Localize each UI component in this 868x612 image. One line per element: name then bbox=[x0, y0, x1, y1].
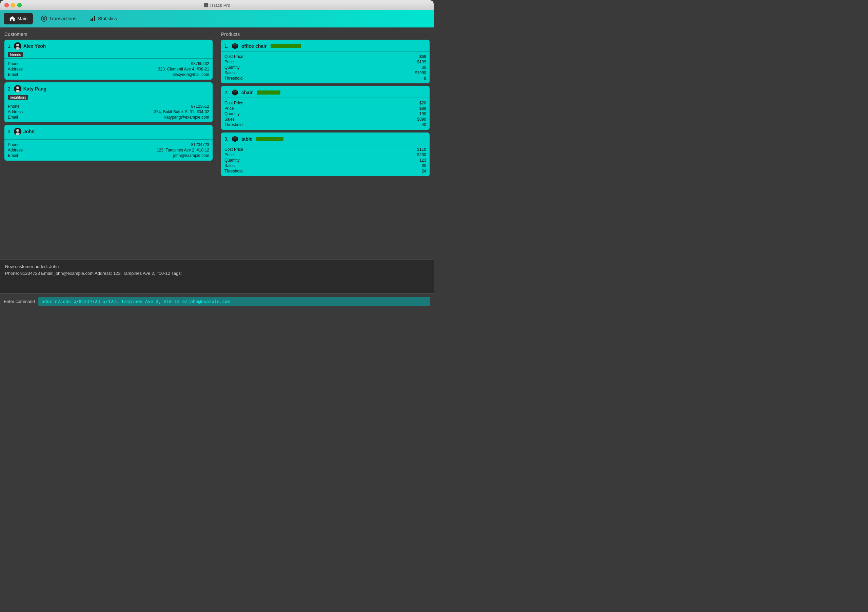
product-detail-row: Price $200 bbox=[225, 153, 426, 157]
customer-details: Phone 98765432 Address 323, Clementi Ave… bbox=[5, 60, 212, 80]
box-icon bbox=[231, 42, 239, 50]
app-icon: i bbox=[204, 3, 209, 8]
product-details: Cost Price $20 Price $89 Quantity 190 Sa… bbox=[221, 99, 429, 130]
stock-bar bbox=[271, 44, 301, 48]
customer-card[interactable]: 2. Katy Pang neighbors Phone 87123612 Ad… bbox=[5, 82, 212, 122]
detail-row: Address 323, Clementi Ave 4, #08-21 bbox=[8, 67, 209, 71]
customer-header: 2. Katy Pang bbox=[5, 82, 212, 94]
detail-row: Phone 98765432 bbox=[8, 61, 209, 66]
product-detail-row: Quantity 30 bbox=[225, 65, 426, 70]
avatar-icon bbox=[14, 128, 22, 135]
svg-point-8 bbox=[16, 44, 19, 46]
command-label: Enter command bbox=[4, 299, 35, 304]
product-detail-row: Threshold 8 bbox=[225, 76, 426, 80]
product-header: 2. chair bbox=[221, 86, 429, 97]
stock-bar bbox=[257, 91, 281, 94]
traffic-lights bbox=[5, 3, 22, 8]
toolbar: Main $ Transactions Statistics bbox=[0, 10, 434, 28]
product-detail-row: Quantity 123 bbox=[225, 158, 426, 163]
avatar-icon bbox=[14, 42, 22, 50]
product-detail-row: Sales $890 bbox=[225, 117, 426, 122]
customers-title: Customers bbox=[5, 31, 212, 37]
product-detail-row: Quantity 190 bbox=[225, 111, 426, 116]
tab-transactions[interactable]: $ Transactions bbox=[36, 13, 82, 25]
title-bar: i iTrack Pro bbox=[0, 0, 434, 10]
product-card[interactable]: 1. office chair Cost Price $69 Pri bbox=[221, 40, 429, 83]
main-area: Customers 1. Alex Yeoh friends Phone 987… bbox=[0, 28, 434, 260]
svg-rect-6 bbox=[94, 16, 95, 21]
detail-row: Email katypang@example.com bbox=[8, 115, 209, 120]
svg-point-15 bbox=[16, 133, 20, 135]
svg-text:i: i bbox=[206, 4, 206, 7]
command-input[interactable] bbox=[38, 297, 430, 306]
product-header: 1. office chair bbox=[221, 40, 429, 51]
product-header: 3. table bbox=[221, 133, 429, 144]
svg-point-9 bbox=[16, 47, 20, 50]
log-area: New customer added: John Phone: 81234723… bbox=[0, 260, 434, 294]
product-detail-row: Threshold 40 bbox=[225, 122, 426, 127]
maximize-button[interactable] bbox=[17, 3, 22, 8]
product-details: Cost Price $110 Price $200 Quantity 123 … bbox=[221, 146, 429, 176]
svg-rect-4 bbox=[90, 19, 91, 21]
detail-row: Address 354, Bukit Batok St 31, #04-02 bbox=[8, 110, 209, 114]
products-panel: Products 1. office chair Cost Price bbox=[217, 28, 434, 260]
customer-card[interactable]: 3. John Phone 81234723 Address 123, Tamp… bbox=[5, 125, 212, 161]
svg-text:$: $ bbox=[43, 17, 45, 21]
detail-row: Phone 87123612 bbox=[8, 104, 209, 109]
close-button[interactable] bbox=[5, 3, 9, 8]
chart-icon bbox=[90, 15, 96, 22]
svg-point-11 bbox=[16, 87, 19, 89]
customer-header: 3. John bbox=[5, 125, 212, 136]
detail-row: Address 123, Tampines Ave 2, #10-12 bbox=[8, 148, 209, 153]
product-detail-row: Cost Price $20 bbox=[225, 100, 426, 105]
log-line-2: Phone: 81234723 Email: john@example.com … bbox=[5, 270, 429, 277]
product-detail-row: Price $199 bbox=[225, 60, 426, 64]
app-title: i iTrack Pro bbox=[204, 3, 230, 8]
stock-bar-container bbox=[256, 137, 284, 141]
log-line-1: New customer added: John bbox=[5, 263, 429, 270]
product-detail-row: Sales $1990 bbox=[225, 71, 426, 75]
detail-row: Phone 81234723 bbox=[8, 142, 209, 147]
product-detail-row: Threshold 24 bbox=[225, 169, 426, 173]
command-bar: Enter command bbox=[0, 294, 434, 306]
minimize-button[interactable] bbox=[11, 3, 15, 8]
product-details: Cost Price $69 Price $199 Quantity 30 Sa… bbox=[221, 53, 429, 83]
customer-tag: friends bbox=[8, 52, 23, 57]
avatar-icon bbox=[14, 85, 22, 93]
dollar-icon: $ bbox=[41, 15, 47, 22]
product-detail-row: Cost Price $110 bbox=[225, 147, 426, 152]
svg-rect-5 bbox=[92, 18, 93, 21]
customers-panel: Customers 1. Alex Yeoh friends Phone 987… bbox=[0, 28, 217, 260]
customer-card[interactable]: 1. Alex Yeoh friends Phone 98765432 Addr… bbox=[5, 40, 212, 80]
customer-details: Phone 87123612 Address 354, Bukit Batok … bbox=[5, 103, 212, 122]
stock-bar-container bbox=[257, 91, 281, 94]
tab-statistics[interactable]: Statistics bbox=[84, 13, 122, 25]
product-detail-row: Sales $0 bbox=[225, 163, 426, 168]
detail-row: Email alexyeoh@mail.com bbox=[8, 72, 209, 77]
product-detail-row: Price $89 bbox=[225, 106, 426, 111]
tab-main[interactable]: Main bbox=[4, 13, 33, 25]
svg-point-12 bbox=[16, 90, 20, 93]
product-card[interactable]: 2. chair Cost Price $20 Price bbox=[221, 86, 429, 130]
stock-bar-container bbox=[271, 44, 301, 48]
products-title: Products bbox=[221, 31, 429, 37]
stock-bar bbox=[256, 137, 284, 141]
customer-tag: neighbors bbox=[8, 95, 28, 100]
box-icon bbox=[231, 135, 239, 143]
customer-header: 1. Alex Yeoh bbox=[5, 40, 212, 51]
detail-row: Email john@example.com bbox=[8, 153, 209, 158]
product-detail-row: Cost Price $69 bbox=[225, 54, 426, 59]
product-card[interactable]: 3. table Cost Price $110 Price bbox=[221, 133, 429, 176]
home-icon bbox=[9, 15, 15, 22]
customer-details: Phone 81234723 Address 123, Tampines Ave… bbox=[5, 141, 212, 161]
svg-point-14 bbox=[16, 129, 19, 132]
box-icon bbox=[231, 89, 239, 96]
